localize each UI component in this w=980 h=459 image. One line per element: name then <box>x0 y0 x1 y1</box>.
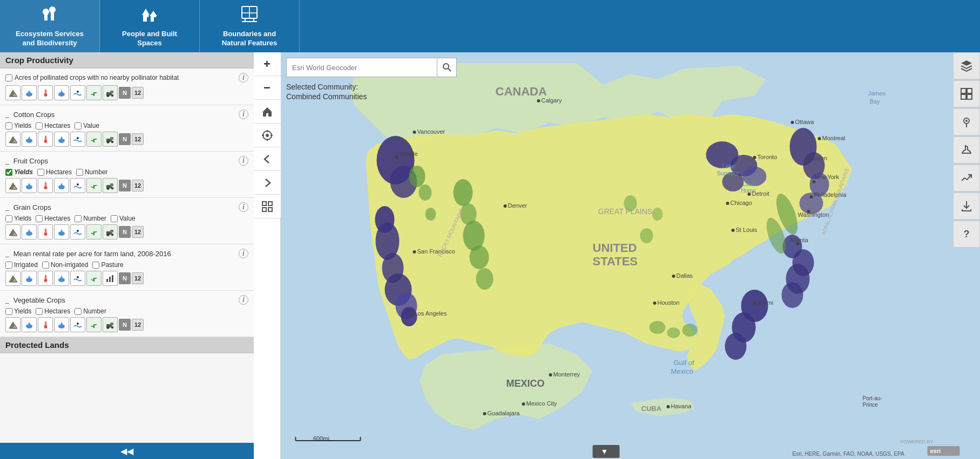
badge-n-pollinator[interactable]: N <box>119 87 131 99</box>
grain-hectares-item[interactable]: Hectares <box>36 215 70 222</box>
back-button[interactable] <box>254 147 281 171</box>
pollinator-info[interactable]: i <box>239 73 248 83</box>
rental-pasture-checkbox[interactable] <box>92 262 99 269</box>
home-button[interactable] <box>254 100 281 124</box>
vegetable-info[interactable]: i <box>239 295 248 305</box>
icon-tractor-f[interactable] <box>103 178 118 193</box>
icon-water2-r[interactable] <box>54 271 69 286</box>
icon-terrain-c[interactable] <box>5 132 21 147</box>
panel-scroll-bottom[interactable]: ◀◀ <box>0 443 254 459</box>
icon-water-c[interactable] <box>22 132 37 147</box>
location-button[interactable] <box>953 108 980 135</box>
badge-12-cotton[interactable]: 12 <box>132 133 144 145</box>
badge-12-veg[interactable]: 12 <box>132 319 144 331</box>
rental-pasture-item[interactable]: Pasture <box>92 261 123 269</box>
icon-plant-r[interactable] <box>86 271 102 286</box>
rental-info[interactable]: i <box>239 249 248 258</box>
tab-people[interactable]: People and Built Spaces <box>100 0 200 52</box>
badge-12-pollinator[interactable]: 12 <box>132 87 144 99</box>
chart-button[interactable] <box>953 165 980 191</box>
icon-swim[interactable] <box>70 85 85 100</box>
cotton-hectares-item[interactable]: Hectares <box>36 122 70 129</box>
icon-temp-f[interactable] <box>38 178 53 193</box>
map-container[interactable]: MEXICO UNITED STATES GREAT PLAINS CANADA… <box>281 52 980 459</box>
cotton-value-item[interactable]: Value <box>75 122 99 129</box>
icon-tractor-v[interactable] <box>103 317 118 332</box>
layers-button[interactable] <box>953 52 980 79</box>
search-input[interactable] <box>286 58 437 77</box>
rental-irrigated-checkbox[interactable] <box>5 262 12 269</box>
locate-button[interactable] <box>254 124 281 147</box>
icon-water2-g[interactable] <box>54 224 69 239</box>
badge-12-grain[interactable]: 12 <box>132 226 144 238</box>
icon-swim-c[interactable] <box>70 132 85 147</box>
veg-yields-checkbox[interactable] <box>5 308 12 315</box>
pollinator-checkbox[interactable] <box>5 74 12 81</box>
icon-water-v[interactable] <box>22 317 37 332</box>
icon-plant[interactable] <box>86 85 102 100</box>
ship-button[interactable] <box>953 136 980 163</box>
fruit-info[interactable]: i <box>239 156 248 166</box>
search-button[interactable] <box>437 58 457 77</box>
tab-ecosystem[interactable]: Ecosystem Services and Biodiversity <box>0 0 100 52</box>
grain-value-checkbox[interactable] <box>111 215 118 222</box>
icon-chart-r[interactable] <box>103 271 118 286</box>
badge-n-grain[interactable]: N <box>119 226 131 238</box>
icon-water2[interactable] <box>54 85 69 100</box>
badge-12-fruit[interactable]: 12 <box>132 180 144 191</box>
icon-plant-f[interactable] <box>86 178 102 193</box>
icon-plant-g[interactable] <box>86 224 102 239</box>
grain-yields-item[interactable]: Yields <box>5 215 31 222</box>
cotton-info[interactable]: i <box>239 109 248 119</box>
icon-tractor-c[interactable] <box>103 132 118 147</box>
grain-number-item[interactable]: Number <box>75 215 106 222</box>
icon-plant-c[interactable] <box>86 132 102 147</box>
icon-terrain-f[interactable] <box>5 178 21 193</box>
veg-hectares-checkbox[interactable] <box>36 308 43 315</box>
veg-number-item[interactable]: Number <box>75 307 106 315</box>
rental-nonirrigated-checkbox[interactable] <box>42 262 49 269</box>
badge-n-veg[interactable]: N <box>119 319 131 331</box>
panel-content[interactable]: Crop Productivity Acres of pollinated cr… <box>0 52 254 443</box>
icon-terrain-v[interactable] <box>5 317 21 332</box>
icon-water-r[interactable] <box>22 271 37 286</box>
icon-temp-v[interactable] <box>38 317 53 332</box>
grain-yields-checkbox[interactable] <box>5 215 12 222</box>
fruit-number-checkbox[interactable] <box>76 169 83 176</box>
veg-number-checkbox[interactable] <box>75 308 82 315</box>
fruit-yields-checkbox[interactable] <box>5 169 12 176</box>
veg-hectares-item[interactable]: Hectares <box>36 307 70 315</box>
icon-tractor[interactable] <box>103 85 118 100</box>
badge-n-cotton[interactable]: N <box>119 133 131 145</box>
tab-boundaries[interactable]: Boundaries and Natural Features <box>200 0 300 52</box>
icon-swim-r[interactable] <box>70 271 85 286</box>
grain-value-item[interactable]: Value <box>111 215 136 222</box>
icon-water2-v[interactable] <box>54 317 69 332</box>
help-button[interactable]: ? <box>953 221 980 248</box>
grain-hectares-checkbox[interactable] <box>36 215 43 222</box>
icon-water2-c[interactable] <box>54 132 69 147</box>
fruit-hectares-checkbox[interactable] <box>37 169 44 176</box>
icon-tractor-g[interactable] <box>103 224 118 239</box>
icon-water2-f[interactable] <box>54 178 69 193</box>
icon-water-g[interactable] <box>22 224 37 239</box>
icon-water[interactable] <box>22 85 37 100</box>
icon-plant-v[interactable] <box>86 317 102 332</box>
icon-temp-g[interactable] <box>38 224 53 239</box>
badge-n-rental[interactable]: N <box>119 272 131 284</box>
cotton-yields-item[interactable]: Yields <box>5 122 31 129</box>
icon-terrain-g[interactable] <box>5 224 21 239</box>
grid-button[interactable] <box>953 80 980 107</box>
icon-terrain-r[interactable] <box>5 271 21 286</box>
veg-yields-item[interactable]: Yields <box>5 307 31 315</box>
badge-12-rental[interactable]: 12 <box>132 272 144 284</box>
badge-n-fruit[interactable]: N <box>119 180 131 191</box>
fruit-yields-item[interactable]: Yields <box>5 168 33 176</box>
cotton-hectares-checkbox[interactable] <box>36 122 43 129</box>
icon-temp-c[interactable] <box>38 132 53 147</box>
fruit-hectares-item[interactable]: Hectares <box>37 168 72 176</box>
icon-swim-g[interactable] <box>70 224 85 239</box>
icon-water-f[interactable] <box>22 178 37 193</box>
fruit-number-item[interactable]: Number <box>76 168 108 176</box>
icon-swim-f[interactable] <box>70 178 85 193</box>
